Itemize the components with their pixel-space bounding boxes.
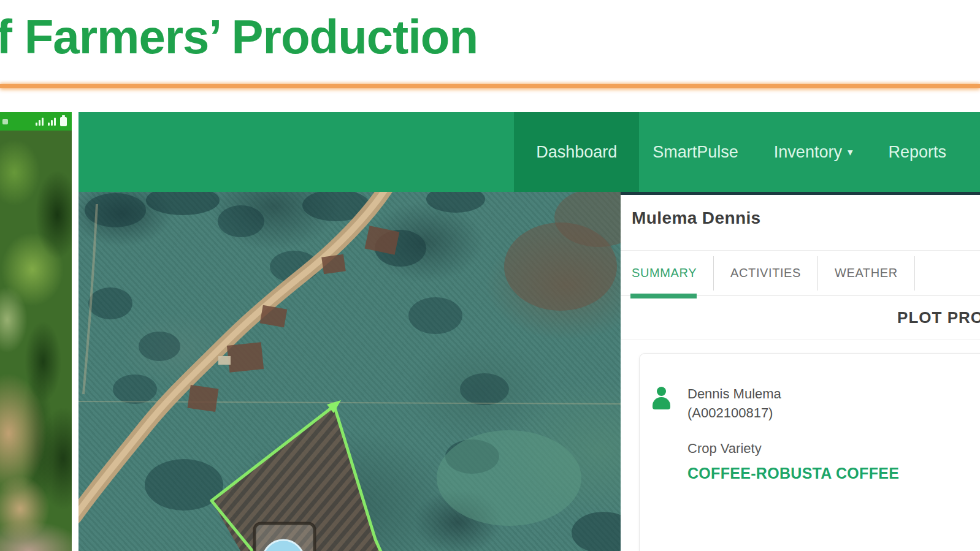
nav-item-label: Dashboard [536, 143, 617, 162]
farmer-panel: Mulema Dennis SUMMARY ACTIVITIES WEATHER… [621, 192, 980, 551]
plot-profile-card: Dennis Mulema (A002100817) Crop Variety … [639, 353, 980, 551]
mobile-status-bar [0, 112, 72, 131]
nav-item-smartpulse[interactable]: SmartPulse [653, 112, 738, 192]
app-navbar: Dashboard SmartPulse Inventory ▾ Reports [78, 112, 980, 192]
tab-divider [713, 256, 714, 291]
plot-location-pin[interactable] [255, 523, 315, 551]
tab-divider [914, 256, 915, 291]
grass-patch [437, 430, 581, 526]
section-title: PLOT PRO [897, 308, 980, 327]
chevron-down-icon: ▾ [848, 146, 853, 159]
farmer-name: Mulema Dennis [632, 208, 980, 228]
nav-item-inventory[interactable]: Inventory ▾ [774, 112, 853, 192]
satellite-map[interactable] [78, 192, 621, 551]
coffee-plant-photo [0, 131, 72, 551]
tab-weather[interactable]: WEATHER [835, 266, 898, 280]
map-overlay [78, 192, 621, 551]
web-dashboard: Dashboard SmartPulse Inventory ▾ Reports [78, 112, 980, 551]
section-header-row: PLOT PRO [621, 296, 980, 340]
farmer-tabs: SUMMARY ACTIVITIES WEATHER [621, 251, 980, 296]
nav-item-label: Reports [888, 143, 946, 162]
farmer-person-icon [652, 387, 672, 415]
crop-variety-value: COFFEE-ROBUSTA COFFEE [687, 465, 899, 482]
nav-item-dashboard[interactable]: Dashboard [514, 112, 639, 192]
farmer-id: (A002100817) [687, 403, 899, 422]
crop-variety-label: Crop Variety [687, 441, 899, 457]
bare-soil-patches [504, 192, 621, 311]
nav-item-reports[interactable]: Reports [888, 112, 946, 192]
notification-icon [2, 119, 8, 124]
page-title: f Farmers’ Production [0, 12, 478, 63]
tab-activities[interactable]: ACTIVITIES [730, 266, 801, 280]
rooftop-light [218, 356, 231, 365]
tab-divider [817, 256, 818, 291]
farmer-full-name: Dennis Mulema [687, 384, 899, 403]
tab-summary[interactable]: SUMMARY [632, 266, 697, 280]
signal-bars-icon [48, 118, 56, 126]
battery-icon [60, 117, 67, 126]
mobile-screenshot [0, 112, 72, 551]
divider-orange-rule [0, 84, 980, 88]
signal-bars-icon [36, 118, 44, 126]
nav-item-label: Inventory [774, 143, 842, 162]
nav-item-label: SmartPulse [653, 143, 738, 162]
